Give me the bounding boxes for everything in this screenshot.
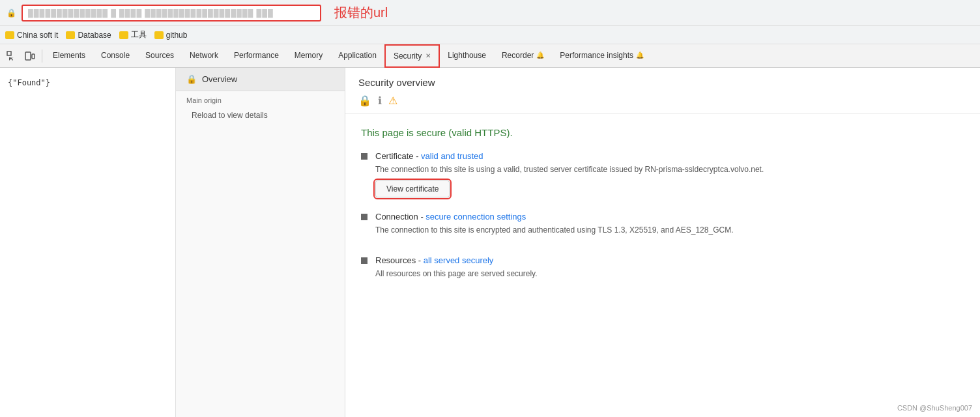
conn-label: Connection - secure connection settings [375,212,964,222]
tab-sources[interactable]: Sources [137,44,182,68]
cert-label-text: Certificate - [375,151,421,161]
certificate-section: Certificate - valid and trusted The conn… [361,151,964,197]
bookmark-china-soft[interactable]: China soft it [5,31,58,40]
nav-reload-item[interactable]: Reload to view details [176,107,345,124]
bookmark-folder-icon [5,31,14,39]
cert-content: Certificate - valid and trusted The conn… [375,151,964,197]
conn-content: Connection - secure connection settings … [375,212,964,241]
security-icons-row: 🔒 ℹ ⚠ [358,94,967,107]
tab-close-icon[interactable]: ✕ [425,52,431,59]
svg-rect-0 [7,51,11,55]
tab-recorder[interactable]: Recorder 🔔 [494,44,552,68]
device-toolbar-icon[interactable] [21,47,39,65]
tab-application[interactable]: Application [330,44,384,68]
res-link[interactable]: all served securely [424,255,494,265]
bookmark-folder-icon [119,31,128,39]
res-content: Resources - all served securely All reso… [375,255,964,285]
tab-security[interactable]: Security ✕ [384,44,440,68]
lock-icon: 🔒 [7,8,16,18]
tab-elements[interactable]: Elements [45,44,93,68]
tab-performance-insights[interactable]: Performance insights 🔔 [552,44,652,68]
page-content-area: {"Found"} [0,68,176,417]
tab-performance[interactable]: Performance [226,44,287,68]
tab-memory[interactable]: Memory [287,44,330,68]
connection-section: Connection - secure connection settings … [361,212,964,241]
bookmark-database[interactable]: Database [66,31,111,40]
cert-description: The connection to this site is using a v… [375,164,964,175]
security-nav: 🔒 Overview Main origin Reload to view de… [176,68,345,417]
devtools-tabs-bar: Elements Console Sources Network Perform… [0,44,980,68]
element-picker-icon[interactable] [3,47,21,65]
csdn-watermark: CSDN @ShuSheng007 [897,404,972,412]
cert-link[interactable]: valid and trusted [421,151,483,161]
security-panel-title: Security overview [358,77,967,88]
recorder-bell-icon: 🔔 [536,51,544,59]
res-description: All resources on this page are served se… [375,268,964,280]
bookmark-label: 工具 [131,29,147,40]
tab-console[interactable]: Console [93,44,137,68]
perf-insights-bell-icon: 🔔 [636,51,644,59]
security-info-icon: ℹ [378,94,382,107]
conn-description: The connection to this site is encrypted… [375,224,964,236]
conn-label-text: Connection - [375,212,425,222]
res-label-text: Resources - [375,255,424,265]
security-main-panel: Security overview 🔒 ℹ ⚠ This page is sec… [345,68,980,417]
view-certificate-button[interactable]: View certificate [375,180,450,197]
url-placeholder: ██████████████ █ ████ ██████████████████… [28,9,274,17]
devtools-body: {"Found"} 🔒 Overview Main origin Reload … [0,68,980,417]
bookmark-tools[interactable]: 工具 [119,29,147,40]
cert-bullet [361,153,368,160]
bookmark-folder-icon [66,31,75,39]
url-error-label: 报错的url [334,4,388,22]
page-code-display: {"Found"} [0,73,175,93]
nav-overview-label: Overview [202,74,237,84]
security-body: This page is secure (valid HTTPS). Certi… [345,114,980,312]
bookmarks-bar: China soft it Database 工具 github [0,26,980,44]
resources-section: Resources - all served securely All reso… [361,255,964,285]
bookmark-folder-icon [154,31,164,39]
nav-lock-icon: 🔒 [186,74,197,84]
tab-lighthouse[interactable]: Lighthouse [440,44,494,68]
res-bullet [361,257,368,264]
nav-main-origin-header: Main origin [176,91,345,107]
security-header: Security overview 🔒 ℹ ⚠ [345,68,980,114]
conn-bullet [361,214,368,220]
nav-overview-item[interactable]: 🔒 Overview [176,68,345,91]
security-warn-icon: ⚠ [388,94,397,107]
bookmark-github[interactable]: github [154,31,188,40]
svg-rect-1 [25,52,31,60]
bookmark-label: Database [78,31,111,40]
url-input[interactable]: ██████████████ █ ████ ██████████████████… [22,5,321,22]
bookmark-label: github [166,31,188,40]
bookmark-label: China soft it [17,31,58,40]
res-label: Resources - all served securely [375,255,964,265]
cert-label: Certificate - valid and trusted [375,151,964,161]
tab-network[interactable]: Network [182,44,226,68]
browser-bar: 🔒 ██████████████ █ ████ ████████████████… [0,0,980,26]
secure-message: This page is secure (valid HTTPS). [361,127,964,138]
conn-link[interactable]: secure connection settings [425,212,526,222]
svg-rect-2 [32,54,35,59]
security-lock-icon: 🔒 [358,94,371,107]
tab-divider [42,50,42,63]
